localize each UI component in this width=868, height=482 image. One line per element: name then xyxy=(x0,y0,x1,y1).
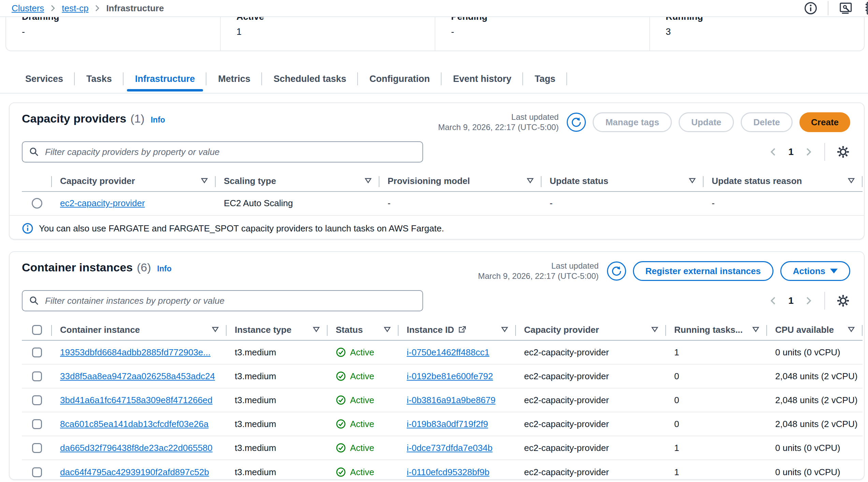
tab-event-history[interactable]: Event history xyxy=(442,68,523,90)
pager-divider xyxy=(824,292,825,310)
capacity-provider-cell: ec2-capacity-provider xyxy=(516,371,666,382)
cp-page-number[interactable]: 1 xyxy=(788,146,794,157)
ci-filter-input[interactable] xyxy=(22,290,423,311)
status-cell: Active xyxy=(336,347,391,358)
filter-triangle-icon[interactable] xyxy=(313,326,320,333)
instance-id-link[interactable]: i-0110efcd95328bf9b xyxy=(407,467,489,477)
container-instances-count: (6) xyxy=(137,261,151,274)
row-checkbox[interactable] xyxy=(32,348,42,357)
capacity-providers-title: Capacity providers xyxy=(22,112,126,125)
tab-tags[interactable]: Tags xyxy=(523,68,567,90)
check-circle-icon xyxy=(336,443,346,453)
stat-value: 1 xyxy=(236,27,435,37)
status-text: Active xyxy=(350,347,374,358)
notebook-icon[interactable] xyxy=(864,1,868,16)
instance-id-link[interactable]: i-0dce737dfda7e034b xyxy=(407,443,493,453)
container-instance-row: 19353dbfd6684adbb2885fd772903e... t3.med… xyxy=(22,341,863,365)
caret-down-icon xyxy=(830,269,838,273)
filter-triangle-icon[interactable] xyxy=(752,326,760,333)
tab-scheduled-tasks[interactable]: Scheduled tasks xyxy=(262,68,358,90)
update-button[interactable]: Update xyxy=(679,112,734,132)
tab-infrastructure[interactable]: Infrastructure xyxy=(124,68,207,90)
container-instance-row: dac64f4795ac42939190f2afd897c52b t3.medi… xyxy=(22,460,863,482)
col-update-status-reason: Update status reason xyxy=(712,176,802,186)
row-checkbox[interactable] xyxy=(32,395,42,405)
instance-type-cell: t3.medium xyxy=(227,395,328,406)
container-instance-row: da665d32f796438f8de23ac22d065580 t3.medi… xyxy=(22,436,863,460)
cp-refresh-button[interactable] xyxy=(567,113,586,132)
container-instance-link[interactable]: 19353dbfd6684adbb2885fd772903e... xyxy=(60,347,211,357)
filter-triangle-icon[interactable] xyxy=(848,326,855,333)
register-external-instances-button[interactable]: Register external instances xyxy=(633,261,773,281)
capacity-provider-cell: ec2-capacity-provider xyxy=(516,347,666,358)
ci-refresh-button[interactable] xyxy=(607,261,626,281)
cp-next-page-button[interactable] xyxy=(803,146,813,158)
fargate-note-text: You can also use FARGATE and FARGATE_SPO… xyxy=(39,223,444,234)
ci-next-page-button[interactable] xyxy=(803,295,813,307)
tab-tasks[interactable]: Tasks xyxy=(75,68,124,90)
instance-id-link[interactable]: i-0192be81e600fe792 xyxy=(407,371,493,381)
topbar: Clusters test-cp Infrastructure xyxy=(0,0,868,17)
check-circle-icon xyxy=(336,419,346,429)
status-text: Active xyxy=(350,443,374,453)
cp-settings-gear-icon[interactable] xyxy=(836,145,850,159)
cpu-available-cell: 2,048 units (2 vCPU) xyxy=(767,395,863,406)
stat-value: - xyxy=(451,27,649,37)
status-text: Active xyxy=(350,395,374,406)
container-instance-link[interactable]: dac64f4795ac42939190f2afd897c52b xyxy=(60,467,209,477)
capacity-providers-info-link[interactable]: Info xyxy=(151,115,165,125)
row-checkbox[interactable] xyxy=(32,467,42,477)
row-checkbox[interactable] xyxy=(32,419,42,429)
instance-id-link[interactable]: i-019b83a0df719f2f9 xyxy=(407,419,488,429)
filter-triangle-icon[interactable] xyxy=(501,326,508,333)
breadcrumb-clusters[interactable]: Clusters xyxy=(12,3,44,14)
tab-metrics[interactable]: Metrics xyxy=(206,68,262,90)
fargate-note: You can also use FARGATE and FARGATE_SPO… xyxy=(10,216,864,234)
filter-triangle-icon[interactable] xyxy=(651,326,659,333)
container-instances-info-link[interactable]: Info xyxy=(157,264,172,273)
check-circle-icon xyxy=(336,347,346,357)
filter-triangle-icon[interactable] xyxy=(384,326,391,333)
ci-settings-gear-icon[interactable] xyxy=(836,294,850,308)
container-instance-link[interactable]: da665d32f796438f8de23ac22d065580 xyxy=(60,443,213,453)
filter-triangle-icon[interactable] xyxy=(364,178,372,184)
filter-triangle-icon[interactable] xyxy=(201,178,208,184)
manage-tags-button[interactable]: Manage tags xyxy=(593,112,672,132)
row-checkbox[interactable] xyxy=(32,371,42,381)
filter-triangle-icon[interactable] xyxy=(526,178,534,184)
cp-prev-page-button[interactable] xyxy=(768,146,779,158)
running-tasks-cell: 1 xyxy=(666,347,767,358)
tab-services[interactable]: Services xyxy=(14,68,75,90)
delete-button[interactable]: Delete xyxy=(741,112,793,132)
filter-triangle-icon[interactable] xyxy=(689,178,696,184)
container-instance-link[interactable]: 8ca601c85ea141dab13cfcdfef03e26a xyxy=(60,419,208,429)
select-all-checkbox[interactable] xyxy=(32,325,42,335)
running-tasks-cell: 1 xyxy=(666,467,767,478)
filter-triangle-icon[interactable] xyxy=(212,326,219,333)
breadcrumb-cluster-name[interactable]: test-cp xyxy=(62,3,88,14)
row-checkbox[interactable] xyxy=(32,443,42,453)
col-capacity-provider: Capacity provider xyxy=(524,325,599,335)
search-icon xyxy=(29,146,40,157)
breadcrumb: Clusters test-cp Infrastructure xyxy=(12,3,164,14)
info-icon[interactable] xyxy=(804,1,818,15)
ci-prev-page-button[interactable] xyxy=(768,295,779,307)
chevron-right-icon xyxy=(94,4,101,12)
instance-id-link[interactable]: i-0b3816a91a9be8679 xyxy=(407,395,495,405)
container-instance-link[interactable]: 33d8f5aa8ea9472aa026258a453adc24 xyxy=(60,371,215,381)
topbar-divider xyxy=(828,1,828,15)
container-instances-title: Container instances xyxy=(22,261,133,274)
create-button[interactable]: Create xyxy=(799,112,850,132)
instance-id-link[interactable]: i-0750e1462ff488cc1 xyxy=(407,347,489,357)
actions-button[interactable]: Actions xyxy=(780,261,850,281)
status-cell: Active xyxy=(336,467,391,478)
container-instance-link[interactable]: 3bd41a6a1fc647158a309e8f471266ed xyxy=(60,395,213,405)
cp-filter-input[interactable] xyxy=(22,141,423,162)
row-radio[interactable] xyxy=(32,198,42,209)
filter-triangle-icon[interactable] xyxy=(848,178,855,184)
ci-last-updated: Last updated March 9, 2026, 22:17 (UTC-5… xyxy=(478,261,599,281)
capacity-provider-link[interactable]: ec2-capacity-provider xyxy=(60,198,145,208)
tab-configuration[interactable]: Configuration xyxy=(358,68,442,90)
monitor-wrench-icon[interactable] xyxy=(839,1,854,15)
ci-page-number[interactable]: 1 xyxy=(788,295,794,306)
